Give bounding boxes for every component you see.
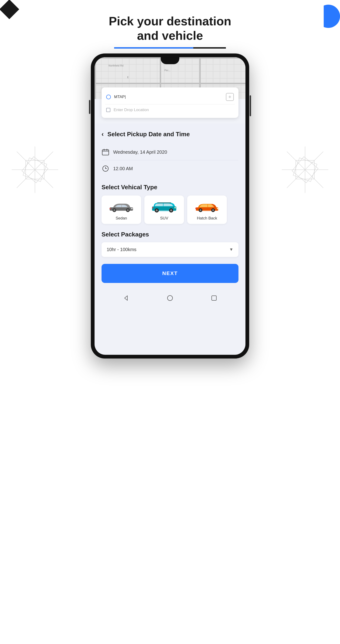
time-row[interactable]: 12.00 AM — [102, 160, 238, 177]
svg-rect-14 — [102, 150, 109, 155]
vehicle-card-suv[interactable]: SUV — [144, 196, 184, 224]
title-underline-blue — [114, 47, 193, 48]
back-arrow[interactable]: ‹ — [102, 130, 104, 138]
pickup-icon-circle — [106, 94, 111, 99]
map-label-2: E — [127, 76, 129, 78]
phone-frame: Northfield Rd E Per... MTAP| + Enter Dro… — [91, 54, 249, 358]
map-label-3: Per... — [164, 69, 171, 72]
phone-side-btn-right — [250, 95, 251, 116]
vehicle-card-sedan[interactable]: Sedan — [102, 196, 141, 224]
svg-point-35 — [170, 210, 172, 212]
section-header: ‹ Select Pickup Date and Time — [102, 130, 238, 138]
vehicle-section-title: Select Vehical Type — [102, 184, 238, 191]
deco-starburst-right — [279, 144, 331, 195]
svg-point-24 — [113, 209, 115, 211]
svg-point-28 — [109, 208, 111, 209]
date-value: Wednesday, 14 April 2020 — [113, 150, 167, 155]
next-button[interactable]: NEXT — [102, 264, 238, 283]
packages-title: Select Packages — [102, 231, 238, 238]
back-nav-icon[interactable] — [122, 294, 129, 302]
pickup-input[interactable]: MTAP| — [114, 94, 226, 99]
hatchback-image — [193, 200, 221, 213]
phone-screen: Northfield Rd E Per... MTAP| + Enter Dro… — [95, 57, 245, 355]
page-title-area: Pick your destination and vehicle — [0, 14, 340, 48]
content-panel: ‹ Select Pickup Date and Time Wednesday,… — [95, 124, 245, 290]
deco-starburst-left — [9, 144, 61, 195]
phone-wrapper: Northfield Rd E Per... MTAP| + Enter Dro… — [91, 54, 249, 358]
suv-image — [150, 200, 178, 213]
drop-icon-square — [106, 108, 110, 112]
hatchback-label: Hatch Back — [197, 216, 217, 221]
home-nav-icon[interactable] — [166, 294, 174, 302]
page-title: Pick your destination and vehicle — [0, 14, 340, 43]
packages-section: Select Packages 10hr - 100kms ▼ — [102, 231, 238, 257]
svg-point-44 — [217, 208, 219, 209]
drop-input[interactable]: Enter Drop Location — [114, 108, 234, 112]
svg-rect-31 — [157, 202, 171, 203]
svg-rect-48 — [212, 296, 216, 300]
map-road-v-3 — [95, 57, 96, 99]
map-label-1: Northfield Rd — [108, 64, 123, 67]
svg-rect-36 — [175, 207, 176, 208]
svg-point-26 — [127, 209, 129, 211]
plus-button[interactable]: + — [226, 93, 234, 101]
vehicle-section: Select Vehical Type — [102, 184, 238, 224]
svg-rect-45 — [195, 208, 197, 209]
svg-point-41 — [200, 209, 202, 211]
svg-rect-37 — [152, 207, 153, 208]
pickup-field[interactable]: MTAP| + — [105, 90, 235, 104]
title-underline-black — [193, 47, 226, 48]
suv-label: SUV — [160, 216, 168, 221]
sedan-image — [107, 200, 135, 213]
search-area: MTAP| + Enter Drop Location — [102, 88, 238, 118]
time-value: 12.00 AM — [113, 166, 133, 171]
vehicle-card-hatchback[interactable]: Hatch Back — [187, 196, 227, 224]
svg-point-27 — [131, 208, 133, 209]
title-underline — [114, 47, 226, 48]
dropdown-arrow-icon: ▼ — [229, 247, 233, 252]
section-title: Select Pickup Date and Time — [107, 131, 190, 138]
vehicle-cards: Sedan — [102, 196, 238, 224]
svg-marker-46 — [125, 296, 127, 300]
recent-nav-icon[interactable] — [211, 294, 218, 302]
calendar-icon — [102, 148, 109, 156]
drop-field[interactable]: Enter Drop Location — [105, 104, 235, 116]
phone-notch — [161, 57, 179, 64]
phone-side-btn-left — [89, 100, 90, 114]
date-row[interactable]: Wednesday, 14 April 2020 — [102, 144, 238, 160]
sedan-label: Sedan — [115, 216, 127, 221]
svg-point-33 — [156, 210, 158, 212]
bottom-nav — [95, 290, 245, 308]
clock-icon — [102, 164, 109, 172]
svg-point-47 — [167, 296, 173, 300]
svg-point-43 — [212, 209, 214, 211]
package-value: 10hr - 100kms — [107, 247, 136, 252]
map-road-h-1 — [95, 83, 245, 84]
package-dropdown[interactable]: 10hr - 100kms ▼ — [102, 242, 238, 257]
